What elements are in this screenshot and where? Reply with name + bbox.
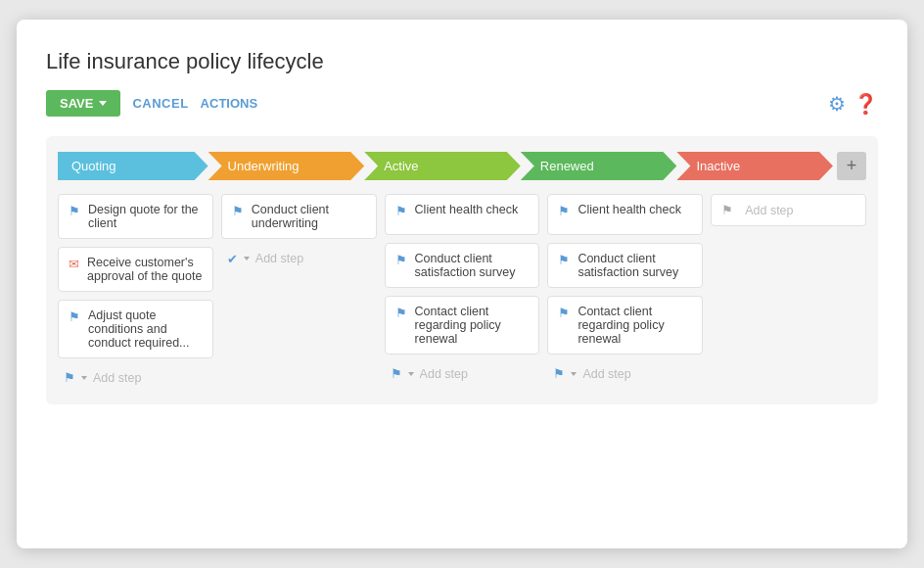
list-item[interactable]: ✉ Receive customer's approval of the quo… (58, 247, 213, 292)
phase-labels: Quoting Underwriting Active Renewed Inac… (58, 152, 866, 180)
flag-icon: ⚑ (553, 366, 565, 381)
add-step-inactive[interactable]: ⚑ Add step (711, 194, 866, 226)
list-item[interactable]: ⚑ Conduct client satisfaction survey (547, 243, 703, 288)
add-step-underwriting[interactable]: ✔ Add step (221, 247, 377, 270)
add-phase-button[interactable]: + (837, 152, 866, 180)
main-window: Life insurance policy lifecycle SAVE CAN… (17, 20, 907, 548)
list-item[interactable]: ⚑ Adjust quote conditions and conduct re… (58, 300, 213, 358)
caret-icon (244, 257, 250, 260)
caret-icon (81, 376, 87, 380)
flag-icon: ⚑ (558, 306, 570, 320)
list-item[interactable]: ⚑ Conduct client satisfaction survey (385, 243, 540, 288)
step-columns: ⚑ Design quote for the client ✉ Receive … (58, 194, 866, 389)
caret-icon (571, 372, 577, 376)
page-title: Life insurance policy lifecycle (46, 49, 878, 74)
flag-icon: ⚑ (64, 370, 75, 385)
list-item[interactable]: ⚑ Client health check (547, 194, 703, 235)
add-step-renewed[interactable]: ⚑ Add step (547, 362, 703, 385)
column-inactive: ⚑ Add step (711, 194, 866, 389)
toolbar-right: ⚙ ❓ (828, 92, 878, 116)
settings-button[interactable]: ⚙ (828, 92, 846, 116)
phase-quoting[interactable]: Quoting (58, 152, 208, 180)
caret-icon (408, 372, 414, 376)
phase-inactive[interactable]: Inactive (676, 152, 833, 180)
flag-icon: ⚑ (395, 253, 407, 267)
envelope-icon: ✉ (69, 257, 79, 271)
add-step-active[interactable]: ⚑ Add step (385, 362, 540, 385)
cancel-button[interactable]: CANCEL (132, 96, 188, 111)
flag-icon: ⚑ (69, 204, 80, 218)
flag-icon: ⚑ (395, 204, 407, 218)
flag-icon: ⚑ (232, 204, 244, 218)
list-item[interactable]: ⚑ Design quote for the client (58, 194, 213, 239)
check-icon: ✔ (227, 252, 238, 266)
flag-icon: ⚑ (69, 309, 80, 324)
help-button[interactable]: ❓ (854, 92, 878, 116)
actions-button[interactable]: ACTIONS (201, 96, 261, 111)
save-caret-icon (99, 101, 107, 106)
flag-icon: ⚑ (721, 203, 733, 217)
column-renewed: ⚑ Client health check ⚑ Conduct client s… (547, 194, 703, 389)
column-quoting: ⚑ Design quote for the client ✉ Receive … (58, 194, 213, 389)
flag-icon: ⚑ (395, 306, 407, 320)
phase-active[interactable]: Active (364, 152, 521, 180)
save-button[interactable]: SAVE (46, 90, 120, 117)
list-item[interactable]: ⚑ Contact client regarding policy renewa… (385, 296, 540, 355)
phase-underwriting[interactable]: Underwriting (208, 152, 365, 180)
flag-icon: ⚑ (391, 366, 402, 381)
list-item[interactable]: ⚑ Conduct client underwriting (221, 194, 377, 239)
column-underwriting: ⚑ Conduct client underwriting ✔ Add step (221, 194, 377, 389)
toolbar: SAVE CANCEL ACTIONS ⚙ ❓ (46, 90, 878, 117)
lifecycle-area: Quoting Underwriting Active Renewed Inac… (46, 136, 878, 404)
list-item[interactable]: ⚑ Contact client regarding policy renewa… (547, 296, 703, 355)
flag-icon: ⚑ (558, 204, 570, 218)
list-item[interactable]: ⚑ Client health check (385, 194, 540, 235)
column-active: ⚑ Client health check ⚑ Conduct client s… (385, 194, 540, 389)
phase-renewed[interactable]: Renewed (521, 152, 677, 180)
add-step-quoting[interactable]: ⚑ Add step (58, 366, 213, 389)
flag-icon: ⚑ (558, 253, 570, 267)
